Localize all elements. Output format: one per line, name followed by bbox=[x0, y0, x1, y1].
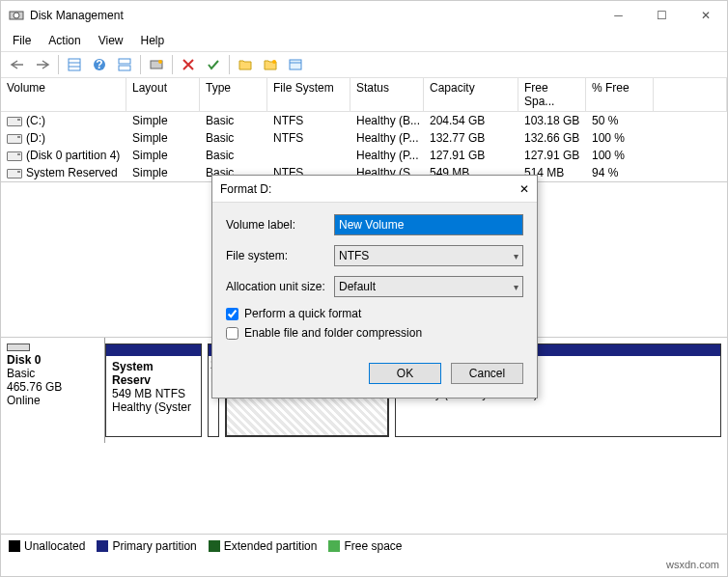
svg-rect-2 bbox=[69, 59, 80, 70]
chevron-down-icon: ▾ bbox=[514, 251, 518, 261]
close-button[interactable]: ✕ bbox=[684, 1, 727, 30]
col-free[interactable]: Free Spa... bbox=[518, 78, 586, 112]
allocation-size-select[interactable]: Default▾ bbox=[334, 276, 523, 297]
table-row[interactable]: (D:) Simple Basic NTFS Healthy (P... 132… bbox=[1, 129, 727, 147]
menubar: File Action View Help bbox=[1, 30, 727, 51]
col-fs[interactable]: File System bbox=[267, 78, 350, 112]
help-icon[interactable]: ? bbox=[88, 53, 111, 76]
layout-icon[interactable] bbox=[113, 53, 136, 76]
disk-icon bbox=[7, 343, 30, 351]
dialog-close-icon[interactable]: ✕ bbox=[519, 182, 529, 196]
disk-type: Basic bbox=[7, 367, 98, 380]
delete-icon[interactable] bbox=[177, 53, 200, 76]
legend: Unallocated Primary partition Extended p… bbox=[1, 534, 727, 557]
swatch-free bbox=[328, 540, 340, 552]
drive-icon bbox=[7, 169, 22, 179]
col-spacer bbox=[654, 78, 727, 112]
part-size: 549 MB NTFS bbox=[112, 387, 185, 400]
file-system-label: File system: bbox=[226, 249, 334, 262]
file-system-select[interactable]: NTFS▾ bbox=[334, 245, 523, 266]
table-row[interactable]: (C:) Simple Basic NTFS Healthy (B... 204… bbox=[1, 112, 727, 129]
format-dialog: Format D: ✕ Volume label: File system: N… bbox=[211, 175, 538, 398]
swatch-primary bbox=[97, 540, 108, 552]
menu-view[interactable]: View bbox=[91, 32, 131, 49]
compression-checkbox[interactable] bbox=[226, 327, 238, 340]
menu-help[interactable]: Help bbox=[133, 32, 173, 49]
part-name: System Reserv bbox=[112, 360, 154, 387]
col-status[interactable]: Status bbox=[350, 78, 424, 112]
svg-point-11 bbox=[272, 60, 276, 64]
view-small-icon[interactable] bbox=[63, 53, 86, 76]
minimize-button[interactable]: ─ bbox=[597, 1, 640, 30]
drive-icon bbox=[7, 151, 22, 161]
settings-icon[interactable] bbox=[145, 53, 168, 76]
col-layout[interactable]: Layout bbox=[126, 78, 200, 112]
allocation-size-label: Allocation unit size: bbox=[226, 280, 334, 293]
col-pfree[interactable]: % Free bbox=[586, 78, 654, 112]
swatch-unallocated bbox=[9, 540, 20, 552]
menu-file[interactable]: File bbox=[5, 32, 39, 49]
chevron-down-icon: ▾ bbox=[514, 282, 518, 292]
quick-format-checkbox[interactable] bbox=[226, 308, 238, 320]
compression-label: Enable file and folder compression bbox=[244, 326, 422, 340]
titlebar: Disk Management ─ ☐ ✕ bbox=[1, 1, 727, 30]
window-title: Disk Management bbox=[30, 9, 597, 22]
volume-label-label: Volume label: bbox=[226, 218, 334, 232]
disk-mgmt-icon bbox=[9, 8, 24, 23]
maximize-button[interactable]: ☐ bbox=[640, 1, 684, 30]
table-row[interactable]: (Disk 0 partition 4) Simple Basic Health… bbox=[1, 147, 727, 164]
svg-rect-7 bbox=[119, 59, 130, 64]
svg-rect-8 bbox=[119, 66, 130, 70]
disk-label: Disk 0 bbox=[7, 353, 98, 367]
disk-info[interactable]: Disk 0 Basic 465.76 GB Online bbox=[1, 338, 105, 443]
watermark: wsxdn.com bbox=[1, 557, 727, 576]
forward-button[interactable] bbox=[31, 53, 54, 76]
volume-label-input[interactable] bbox=[334, 214, 523, 235]
vol-name: (D:) bbox=[26, 131, 45, 145]
svg-point-1 bbox=[14, 13, 19, 18]
toolbar: ? bbox=[1, 51, 727, 78]
back-button[interactable] bbox=[6, 53, 29, 76]
svg-point-10 bbox=[158, 60, 162, 64]
quick-format-label: Perform a quick format bbox=[244, 307, 361, 320]
partition-system-reserved[interactable]: System Reserv 549 MB NTFS Healthy (Syste… bbox=[105, 343, 202, 437]
col-capacity[interactable]: Capacity bbox=[424, 78, 518, 112]
svg-rect-12 bbox=[290, 60, 301, 69]
drive-icon bbox=[7, 117, 22, 126]
vol-name: (Disk 0 partition 4) bbox=[26, 149, 120, 162]
new-folder-icon[interactable] bbox=[259, 53, 282, 76]
check-icon[interactable] bbox=[202, 53, 225, 76]
part-status: Healthy (Syster bbox=[112, 400, 191, 414]
vol-name: (C:) bbox=[26, 114, 45, 127]
folder-icon[interactable] bbox=[234, 53, 257, 76]
vol-name: System Reserved bbox=[26, 166, 118, 179]
col-type[interactable]: Type bbox=[200, 78, 267, 112]
swatch-extended bbox=[209, 540, 220, 552]
properties-icon[interactable] bbox=[284, 53, 307, 76]
disk-state: Online bbox=[7, 394, 98, 407]
cancel-button[interactable]: Cancel bbox=[451, 363, 523, 384]
ok-button[interactable]: OK bbox=[369, 363, 441, 384]
disk-size: 465.76 GB bbox=[7, 380, 98, 394]
svg-text:?: ? bbox=[96, 58, 102, 71]
volume-table: Volume Layout Type File System Status Ca… bbox=[1, 78, 727, 182]
menu-action[interactable]: Action bbox=[41, 32, 88, 49]
col-volume[interactable]: Volume bbox=[1, 78, 126, 112]
dialog-title: Format D: bbox=[220, 182, 519, 196]
drive-icon bbox=[7, 134, 22, 144]
